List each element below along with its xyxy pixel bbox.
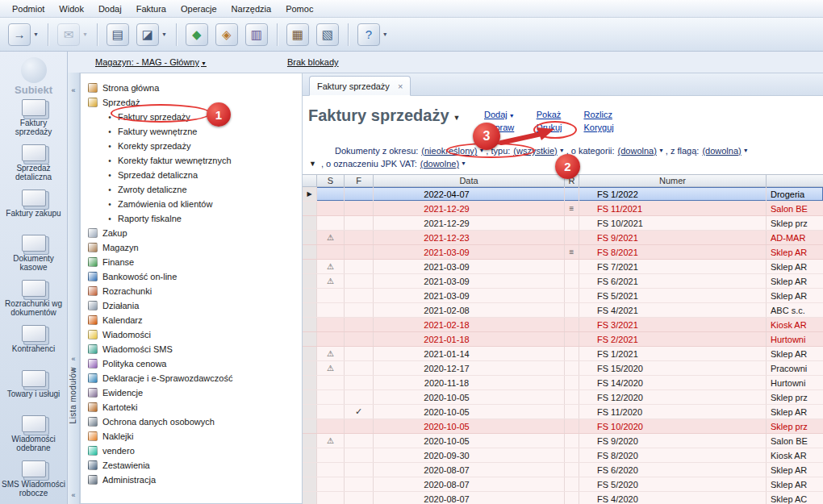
invoice-row[interactable]: ▶2022-04-07FS 1/2022Drogeria <box>303 187 823 202</box>
module-faktury-sprzedaży[interactable]: Faktury sprzedaży <box>0 97 67 142</box>
module-kontrahenci[interactable]: Kontrahenci <box>0 323 67 368</box>
tree-item-rozrachunki[interactable]: Rozrachunki <box>81 284 302 298</box>
module-sms-wiadomości-robocze[interactable]: SMS Wiadomości robocze <box>0 458 67 503</box>
chevron-down-icon[interactable]: ▼ <box>453 114 461 122</box>
invoice-row[interactable]: ⚠2021-01-14FS 1/2021Sklep AR <box>303 347 823 361</box>
dropdown-caret-icon[interactable]: ▼ <box>33 31 39 37</box>
koryguj-link[interactable]: Koryguj <box>583 123 613 132</box>
magazyn-selector[interactable]: Magazyn: - MAG - Główny▼ <box>95 57 207 67</box>
invoice-row[interactable]: 2020-09-30FS 8/2020Kiosk AR <box>303 448 823 463</box>
header-s[interactable]: S <box>317 175 345 186</box>
invoice-row[interactable]: 2020-08-07FS 5/2020Sklep AR <box>303 477 823 492</box>
menu-narzędzia[interactable]: Narzędzia <box>224 2 279 16</box>
chevron-down-icon[interactable]: ▼ <box>559 144 565 157</box>
module-rozrachunki-wg-dokumentów[interactable]: Rozrachunki wg dokumentów <box>0 277 67 323</box>
tree-item-zakup[interactable]: Zakup <box>81 226 302 240</box>
print-button[interactable]: ▤ <box>107 23 129 46</box>
help-button[interactable]: ?▼ <box>357 23 388 46</box>
menu-podmiot[interactable]: Podmiot <box>5 2 52 16</box>
tree-item-zestawienia[interactable]: Zestawienia <box>81 458 302 473</box>
invoice-row[interactable]: 2021-03-09FS 5/2021Sklep AR <box>303 289 823 303</box>
blokada-link[interactable]: Brak blokady <box>287 57 339 67</box>
okres-filter[interactable]: (nieokreślony) <box>421 144 477 157</box>
collapse-chevron-icon[interactable]: « <box>68 354 79 364</box>
invoice-row[interactable]: 2021-01-18FS 2/2021Hurtowni <box>303 332 823 347</box>
invoice-row[interactable]: ⚠2021-12-23FS 9/2021AD-MAR <box>303 231 823 245</box>
popraw-link[interactable]: Popraw <box>484 123 515 132</box>
ledger-button[interactable]: ▥ <box>245 23 268 46</box>
module-wiadomości-odebrane[interactable]: Wiadomości odebrane <box>0 413 67 458</box>
tree-item-raporty-fiskalne[interactable]: •Raporty fiskalne <box>81 211 302 226</box>
tree-item-bankowość-on-line[interactable]: Bankowość on-line <box>81 269 302 284</box>
stamp-set-button[interactable]: ◈ <box>215 23 238 46</box>
dodaj-link[interactable]: Dodaj▼ <box>484 110 515 119</box>
chevron-down-icon[interactable]: ▼ <box>743 144 749 157</box>
tree-item-korekty-sprzedaży[interactable]: •Korekty sprzedaży <box>81 139 302 153</box>
invoice-row[interactable]: 2021-02-08FS 4/2021ABC s.c. <box>303 303 823 318</box>
typ-filter[interactable]: (wszystkie) <box>513 144 557 157</box>
tree-item-sprzedaż-detaliczna[interactable]: •Sprzedaż detaliczna <box>81 168 302 182</box>
invoice-row[interactable]: 2020-08-07FS 4/2020Sklep AC <box>303 492 823 504</box>
tree-item-polityka-cenowa[interactable]: Polityka cenowa <box>81 356 302 371</box>
collapse-chevron-icon[interactable]: « <box>68 85 79 96</box>
invoice-row[interactable]: ⚠2020-10-05FS 9/2020Salon BE <box>303 434 823 448</box>
package-button[interactable]: ▧ <box>316 23 339 46</box>
invoice-row[interactable]: 2020-10-05FS 10/2020Sklep prz <box>303 419 823 434</box>
chevron-down-icon[interactable]: ▼ <box>658 144 664 157</box>
header-numer[interactable]: Numer <box>579 175 767 186</box>
invoice-row[interactable]: 2020-10-05FS 12/2020Sklep prz <box>303 390 823 405</box>
menu-operacje[interactable]: Operacje <box>173 2 224 16</box>
invoice-row[interactable]: ⚠2020-12-17FS 15/2020Pracowni <box>303 361 823 376</box>
menu-dodaj[interactable]: Dodaj <box>91 2 129 16</box>
erase-button[interactable]: ◪▼ <box>136 23 167 46</box>
tree-item-naklejki[interactable]: Naklejki <box>81 429 302 444</box>
header-kontrahent[interactable] <box>767 175 823 186</box>
invoice-row[interactable]: 2021-12-29FS 10/2021Sklep prz <box>303 216 823 231</box>
tree-item-faktury-sprzedaży[interactable]: •Faktury sprzedaży <box>81 110 302 124</box>
nav-forward-button[interactable]: →▼ <box>8 23 39 46</box>
drukuj-link[interactable]: Drukuj <box>537 123 562 132</box>
menu-widok[interactable]: Widok <box>52 2 91 16</box>
invoice-row[interactable]: 2021-03-09≡FS 8/2021Sklep AR <box>303 245 823 260</box>
stamp-accept-button[interactable]: ◆ <box>186 23 208 46</box>
invoice-row[interactable]: 2020-08-07FS 6/2020Sklep AR <box>303 463 823 477</box>
tree-item-działania[interactable]: Działania <box>81 298 302 313</box>
tree-item-kartoteki[interactable]: Kartoteki <box>81 400 302 414</box>
chevron-down-icon[interactable]: ▼ <box>478 144 484 157</box>
tree-item-ewidencje[interactable]: Ewidencje <box>81 385 302 400</box>
invoice-row[interactable]: 2021-02-18FS 3/2021Kiosk AR <box>303 318 823 332</box>
tree-item-deklaracje-i-e-sprawozdawczość[interactable]: Deklaracje i e-Sprawozdawczość <box>81 371 302 385</box>
tree-item-vendero[interactable]: vendero <box>81 444 302 458</box>
dropdown-caret-icon[interactable]: ▼ <box>161 31 167 37</box>
module-faktury-zakupu[interactable]: Faktury zakupu <box>0 187 67 232</box>
menu-faktura[interactable]: Faktura <box>129 2 173 16</box>
tree-item-magazyn[interactable]: Magazyn <box>81 240 302 255</box>
tab-faktury-sprzedazy[interactable]: Faktury sprzedaży × <box>309 76 411 96</box>
close-icon[interactable]: × <box>398 81 403 91</box>
tree-item-administracja[interactable]: Administracja <box>81 473 302 487</box>
collapse-chevron-icon[interactable]: « <box>68 490 79 501</box>
rozlicz-link[interactable]: Rozlicz <box>583 110 613 119</box>
dropdown-caret-icon[interactable]: ▼ <box>382 31 388 37</box>
invoice-row[interactable]: ⚠2021-03-09FS 7/2021Sklep AR <box>303 260 823 274</box>
tree-item-zamówienia-od-klientów[interactable]: •Zamówienia od klientów <box>81 197 302 211</box>
flaga-filter[interactable]: (dowolna) <box>702 144 741 157</box>
tree-item-strona-główna[interactable]: Strona główna <box>81 81 302 95</box>
tree-item-finanse[interactable]: Finanse <box>81 255 302 269</box>
tree-item-sprzedaż[interactable]: Sprzedaż <box>81 95 302 110</box>
pokaz-link[interactable]: Pokaż <box>537 110 562 119</box>
invoice-row[interactable]: ✓2020-10-05FS 11/2020Sklep AR <box>303 405 823 419</box>
tree-item-korekty-faktur-wewnętrznych[interactable]: •Korekty faktur wewnętrznych <box>81 153 302 168</box>
archive-button[interactable]: ▦ <box>286 23 309 46</box>
tree-item-wiadomości[interactable]: Wiadomości <box>81 327 302 342</box>
header-f[interactable]: F <box>345 175 374 186</box>
module-towary-i-usługi[interactable]: Towary i usługi <box>0 368 67 413</box>
invoice-row[interactable]: ⚠2021-03-09FS 6/2021Sklep AR <box>303 274 823 289</box>
tree-item-zwroty-detaliczne[interactable]: •Zwroty detaliczne <box>81 182 302 197</box>
module-sprzedaż-detaliczna[interactable]: Sprzedaż detaliczna <box>0 142 67 187</box>
tree-item-kalendarz[interactable]: Kalendarz <box>81 313 302 327</box>
tree-item-ochrona-danych-osobowych[interactable]: Ochrona danych osobowych <box>81 414 302 429</box>
tree-item-wiadomości-sms[interactable]: Wiadomości SMS <box>81 342 302 356</box>
header-r[interactable]: R <box>565 175 579 186</box>
header-data[interactable]: Data <box>374 175 565 186</box>
